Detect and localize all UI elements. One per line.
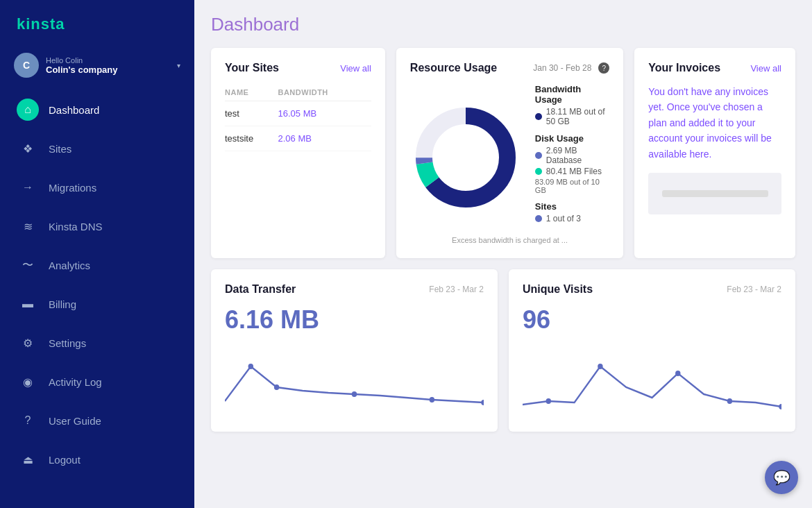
disk-files-row: 80.41 MB Files	[535, 167, 610, 176]
bandwidth-dot	[535, 113, 542, 120]
migrations-icon: →	[22, 181, 33, 194]
sidebar-item-label: Settings	[49, 337, 86, 349]
sidebar-item-migrations[interactable]: → Migrations	[0, 168, 194, 207]
sidebar-item-label: Logout	[49, 454, 81, 466]
gear-icon: ⚙	[23, 337, 33, 350]
billing-icon-wrap: ▬	[17, 293, 39, 315]
resource-date: Jan 30 - Feb 28	[533, 63, 591, 73]
your-sites-card: Your Sites View all NAME BANDWIDTH test1…	[211, 48, 385, 258]
invoices-card: Your Invoices View all You don't have an…	[634, 48, 795, 258]
data-transfer-value: 6.16 MB	[225, 305, 484, 335]
excess-bandwidth-note: Excess bandwidth is charged at ...	[410, 236, 610, 244]
site-bandwidth: 2.06 MB	[278, 126, 371, 151]
sidebar-logo: kinsta	[0, 0, 194, 46]
sidebar-item-kinsta-dns[interactable]: ≋ Kinsta DNS	[0, 207, 194, 246]
svg-point-8	[481, 400, 484, 405]
sidebar-item-billing[interactable]: ▬ Billing	[0, 285, 194, 323]
cards-row-1: Your Sites View all NAME BANDWIDTH test1…	[211, 48, 795, 258]
sidebar-item-logout[interactable]: ⏏ Logout	[0, 440, 194, 479]
sidebar-item-label: Billing	[49, 298, 76, 310]
user-menu[interactable]: C Hello Colin Colin's company ▾	[0, 46, 194, 90]
site-name[interactable]: testsite	[225, 126, 278, 151]
data-transfer-header: Data Transfer Feb 23 - Mar 2	[225, 283, 484, 296]
dashboard-icon-wrap: ⌂	[17, 99, 39, 121]
bandwidth-legend-title: Bandwidth Usage	[535, 84, 610, 105]
svg-point-9	[546, 398, 551, 404]
sidebar-item-label: Activity Log	[49, 376, 102, 388]
analytics-icon: 〜	[22, 258, 33, 273]
sites-col-bandwidth: BANDWIDTH	[278, 84, 371, 101]
settings-icon-wrap: ⚙	[17, 332, 39, 354]
eye-icon: ◉	[23, 375, 33, 389]
invoices-header: Your Invoices View all	[648, 62, 781, 74]
help-icon: ?	[25, 414, 31, 427]
data-transfer-card: Data Transfer Feb 23 - Mar 2 6.16 MB	[211, 269, 498, 432]
disk-database-value: 2.69 MB Database	[546, 146, 610, 165]
avatar: C	[14, 53, 39, 78]
migrations-icon-wrap: →	[17, 176, 39, 198]
disk-database-row: 2.69 MB Database	[535, 146, 610, 165]
sidebar-item-label: Migrations	[49, 182, 96, 194]
resource-legend: Bandwidth Usage 18.11 MB out of 50 GB Di…	[535, 84, 610, 230]
sidebar-item-label: Analytics	[49, 260, 90, 271]
sidebar-item-user-guide[interactable]: ? User Guide	[0, 401, 194, 440]
sites-value: 1 out of 3	[546, 214, 581, 223]
invoices-empty-text: You don't have any invoices yet. Once yo…	[648, 84, 781, 162]
sidebar-item-label: Kinsta DNS	[49, 221, 103, 232]
files-dot	[535, 168, 542, 175]
resource-usage-card: Resource Usage Jan 30 - Feb 28 ?	[396, 48, 624, 258]
table-row: testsite2.06 MB	[225, 126, 371, 151]
svg-point-13	[779, 404, 781, 409]
svg-point-6	[352, 391, 357, 397]
site-name[interactable]: test	[225, 101, 278, 126]
bandwidth-legend-row: 18.11 MB out of 50 GB	[535, 107, 610, 126]
invoice-placeholder-bar	[662, 190, 768, 197]
data-transfer-title: Data Transfer	[225, 283, 296, 296]
resource-content: Bandwidth Usage 18.11 MB out of 50 GB Di…	[410, 84, 610, 230]
your-sites-header: Your Sites View all	[225, 62, 371, 74]
donut-chart	[410, 102, 521, 213]
donut-svg	[410, 102, 521, 213]
logo-text: kinsta	[17, 15, 65, 33]
home-icon: ⌂	[24, 103, 31, 116]
unique-visits-title: Unique Visits	[523, 283, 593, 296]
sidebar-item-activity-log[interactable]: ◉ Activity Log	[0, 362, 194, 401]
disk-legend-title: Disk Usage	[535, 133, 610, 144]
resource-date-wrap: Jan 30 - Feb 28 ?	[533, 62, 609, 74]
chat-button[interactable]: 💬	[765, 461, 798, 494]
sidebar-item-settings[interactable]: ⚙ Settings	[0, 323, 194, 362]
main-content: Dashboard Your Sites View all NAME BANDW…	[194, 0, 812, 508]
sites-col-name: NAME	[225, 84, 278, 101]
page-title: Dashboard	[211, 14, 795, 35]
billing-icon: ▬	[22, 298, 33, 310]
bandwidth-legend: Bandwidth Usage 18.11 MB out of 50 GB	[535, 84, 610, 126]
sites-legend-row: 1 out of 3	[535, 214, 610, 223]
data-transfer-sparkline	[225, 346, 484, 415]
disk-files-value: 80.41 MB Files	[546, 167, 602, 176]
unique-visits-chart	[523, 346, 781, 418]
your-sites-view-all[interactable]: View all	[340, 63, 371, 74]
sites-dot	[535, 215, 542, 222]
resource-help-icon[interactable]: ?	[598, 62, 609, 74]
sidebar-item-analytics[interactable]: 〜 Analytics	[0, 246, 194, 285]
unique-visits-date: Feb 23 - Mar 2	[727, 285, 781, 294]
svg-point-7	[430, 397, 434, 403]
sites-icon: ❖	[23, 142, 33, 155]
invoices-view-all[interactable]: View all	[750, 63, 781, 74]
sidebar-item-sites[interactable]: ❖ Sites	[0, 129, 194, 168]
sidebar-navigation: ⌂ Dashboard ❖ Sites → Migrations ≋ Kinst…	[0, 90, 194, 508]
site-bandwidth: 16.05 MB	[278, 101, 371, 126]
analytics-icon-wrap: 〜	[17, 254, 39, 276]
user-company: Colin's company	[46, 65, 170, 75]
svg-point-10	[598, 364, 602, 369]
invoices-title: Your Invoices	[648, 62, 720, 74]
unique-visits-header: Unique Visits Feb 23 - Mar 2	[523, 283, 781, 296]
sites-legend: Sites 1 out of 3	[535, 201, 610, 223]
sidebar-item-dashboard[interactable]: ⌂ Dashboard	[0, 90, 194, 129]
sites-legend-title: Sites	[535, 201, 610, 212]
user-guide-icon-wrap: ?	[17, 409, 39, 432]
data-transfer-date: Feb 23 - Mar 2	[429, 285, 484, 294]
table-row: test16.05 MB	[225, 101, 371, 126]
sites-table: NAME BANDWIDTH test16.05 MBtestsite2.06 …	[225, 84, 371, 151]
resource-usage-title: Resource Usage	[410, 62, 497, 74]
